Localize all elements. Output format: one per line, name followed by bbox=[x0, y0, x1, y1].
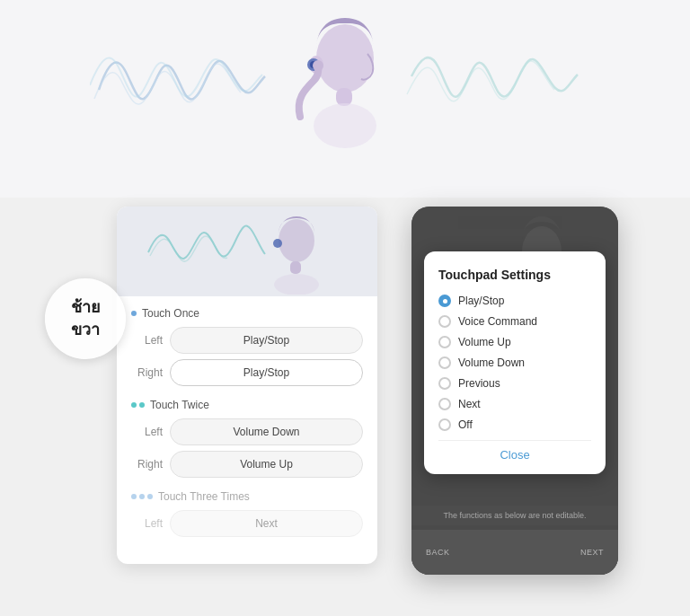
panel-illustration bbox=[117, 207, 377, 296]
touch-once-header: Touch Once bbox=[131, 307, 363, 320]
radio-volume-down-circle[interactable] bbox=[438, 356, 451, 369]
radio-next-label: Next bbox=[458, 398, 481, 410]
radio-volume-down[interactable]: Volume Down bbox=[438, 356, 591, 369]
left-label-twice: Left bbox=[131, 426, 163, 438]
panel-body: Touch Once Left Play/Stop Right Play/Sto… bbox=[117, 296, 377, 564]
radio-voice-command[interactable]: Voice Command bbox=[438, 315, 591, 328]
radio-next-circle[interactable] bbox=[438, 398, 451, 410]
touch-once-section: Touch Once Left Play/Stop Right Play/Sto… bbox=[131, 307, 363, 386]
svg-point-4 bbox=[313, 60, 323, 71]
touch-twice-title: Touch Twice bbox=[150, 399, 209, 411]
next-label[interactable]: NEXT bbox=[580, 548, 604, 557]
badge-line2: ขวา bbox=[71, 319, 100, 341]
left-panel: Touch Once Left Play/Stop Right Play/Sto… bbox=[117, 207, 377, 564]
right-label-twice: Right bbox=[131, 458, 163, 471]
radio-next[interactable]: Next bbox=[438, 398, 591, 410]
touch-twice-section: Touch Twice Left Volume Down Right Volum… bbox=[131, 399, 363, 478]
phone-note: The functions as below are not editable. bbox=[411, 506, 618, 525]
svg-point-0 bbox=[316, 24, 374, 92]
three-dot-indicator bbox=[131, 494, 153, 499]
volume-down-btn[interactable]: Volume Down bbox=[170, 418, 363, 445]
radio-play-stop-label: Play/Stop bbox=[458, 295, 504, 307]
svg-rect-9 bbox=[290, 261, 301, 274]
svg-point-10 bbox=[274, 274, 319, 295]
svg-point-8 bbox=[273, 239, 282, 248]
radio-play-stop-circle[interactable] bbox=[438, 295, 451, 307]
radio-off[interactable]: Off bbox=[438, 418, 591, 431]
touch-once-title: Touch Once bbox=[142, 307, 199, 320]
radio-previous-label: Previous bbox=[458, 377, 500, 390]
right-panel-phone: Touchpad Settings Play/Stop Voice Comman… bbox=[411, 207, 618, 575]
radio-previous-circle[interactable] bbox=[438, 377, 451, 390]
wave-left bbox=[90, 45, 270, 129]
radio-off-label: Off bbox=[458, 418, 473, 431]
phone-nav-bar: BACK NEXT bbox=[411, 530, 618, 575]
wave-right bbox=[402, 45, 582, 129]
two-dot-indicator bbox=[131, 402, 145, 408]
left-label-once: Left bbox=[131, 334, 163, 347]
touch-three-left-row: Left Next bbox=[131, 510, 363, 537]
left-label-three: Left bbox=[131, 517, 163, 530]
svg-rect-5 bbox=[336, 88, 352, 106]
circle-badge: ช้าย ขวา bbox=[45, 278, 126, 359]
volume-up-btn[interactable]: Volume Up bbox=[170, 451, 363, 478]
touch-three-title: Touch Three Times bbox=[158, 490, 250, 503]
phone-screen: Touchpad Settings Play/Stop Voice Comman… bbox=[411, 207, 618, 575]
radio-voice-command-label: Voice Command bbox=[458, 315, 537, 328]
person-illustration bbox=[282, 9, 408, 189]
badge-line1: ช้าย bbox=[71, 296, 101, 319]
radio-volume-up[interactable]: Volume Up bbox=[438, 336, 591, 348]
hero-area bbox=[0, 0, 690, 198]
dot-2a bbox=[131, 402, 137, 408]
right-label-once: Right bbox=[131, 366, 163, 379]
back-label[interactable]: BACK bbox=[426, 548, 450, 557]
touch-twice-right-row: Right Volume Up bbox=[131, 451, 363, 478]
dot-2b bbox=[139, 402, 145, 408]
touch-three-header: Touch Three Times bbox=[131, 490, 363, 503]
touch-once-right-row: Right Play/Stop bbox=[131, 359, 363, 386]
dot-1 bbox=[131, 311, 137, 316]
touch-once-left-row: Left Play/Stop bbox=[131, 327, 363, 354]
touch-twice-left-row: Left Volume Down bbox=[131, 418, 363, 445]
close-button[interactable]: Close bbox=[438, 440, 591, 462]
play-stop-btn-left[interactable]: Play/Stop bbox=[170, 327, 363, 354]
touch-three-section: Touch Three Times Left Next bbox=[131, 490, 363, 537]
radio-volume-down-label: Volume Down bbox=[458, 356, 525, 369]
touchpad-settings-dialog: Touchpad Settings Play/Stop Voice Comman… bbox=[424, 251, 606, 474]
play-stop-btn-right[interactable]: Play/Stop bbox=[170, 359, 363, 386]
svg-point-6 bbox=[314, 103, 376, 148]
dialog-title: Touchpad Settings bbox=[438, 268, 591, 282]
touch-twice-header: Touch Twice bbox=[131, 399, 363, 411]
next-btn[interactable]: Next bbox=[170, 510, 363, 537]
one-dot-indicator bbox=[131, 311, 137, 316]
dot-3c bbox=[147, 494, 153, 499]
radio-volume-up-label: Volume Up bbox=[458, 336, 511, 348]
dot-3b bbox=[139, 494, 145, 499]
radio-play-stop[interactable]: Play/Stop bbox=[438, 295, 591, 307]
radio-volume-up-circle[interactable] bbox=[438, 336, 451, 348]
svg-point-7 bbox=[279, 219, 314, 262]
dot-3a bbox=[131, 494, 137, 499]
radio-previous[interactable]: Previous bbox=[438, 377, 591, 390]
radio-off-circle[interactable] bbox=[438, 418, 451, 431]
radio-voice-command-circle[interactable] bbox=[438, 315, 451, 328]
